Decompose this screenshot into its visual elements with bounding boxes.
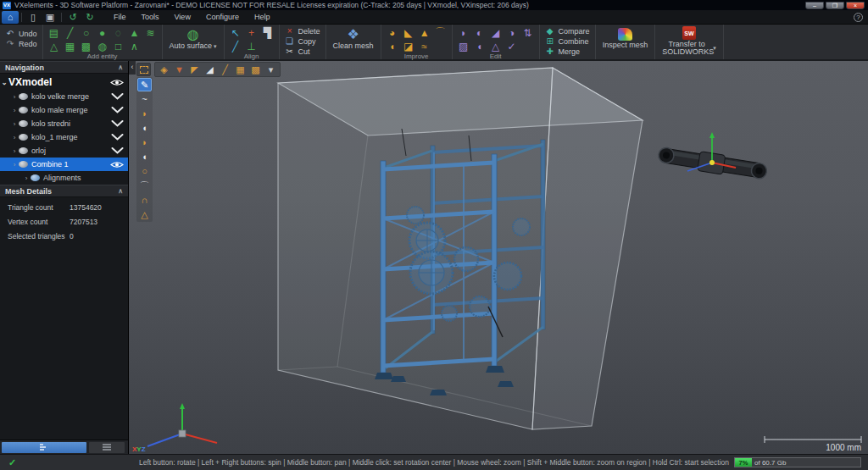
select-backfaces-icon[interactable]: ▼ (172, 63, 186, 76)
3d-scene[interactable]: XYZ 1000 mm (129, 61, 868, 454)
mesh-details-panel-header[interactable]: Mesh Details ∧ (0, 185, 128, 197)
axes-align-icon[interactable]: + (244, 26, 259, 39)
ellipse-icon[interactable]: ◌ (111, 26, 126, 39)
boundary-icon[interactable]: ⌒ (433, 26, 448, 39)
menu-tools[interactable]: Tools (135, 10, 166, 24)
triangle-icon[interactable]: △ (47, 40, 62, 53)
free-selection-icon[interactable]: ✎ (137, 78, 152, 91)
visibility-eye-icon[interactable] (110, 161, 124, 169)
navigation-panel-header[interactable]: Navigation ∧ (0, 61, 128, 74)
tree-node-kolo-stredni[interactable]: ›kolo stredni (0, 117, 128, 130)
merge-button[interactable]: ✚Merge (543, 47, 592, 56)
half-disc-4-icon[interactable]: ◖ (137, 150, 152, 163)
select-connected-icon[interactable]: ◤ (187, 63, 202, 76)
vector-icon[interactable]: ∧ (127, 40, 142, 53)
undo-button[interactable]: ↶Undo (3, 29, 39, 38)
validate-icon[interactable]: ✓ (504, 40, 520, 53)
cone-icon[interactable]: ▲ (127, 26, 142, 39)
compare-button[interactable]: ◆Compare (543, 26, 592, 36)
partial-fill-icon[interactable]: ◖ (385, 40, 400, 53)
sphere-icon[interactable]: ◍ (95, 40, 110, 53)
save-icon[interactable]: ▣ (42, 11, 58, 24)
help-icon[interactable]: ? (854, 13, 863, 22)
line-icon[interactable]: ╱ (63, 26, 78, 39)
sidebar-collapse-handle[interactable]: ‹ (129, 61, 136, 75)
expand-caret-icon[interactable]: › (10, 120, 19, 128)
tree-node-kolo-1-merge[interactable]: ›kolo_1 merge (0, 130, 128, 144)
half-disc-1-icon[interactable]: ◗ (137, 107, 152, 120)
menu-file[interactable]: File (107, 10, 133, 24)
copy-button[interactable]: ❏Copy (283, 36, 322, 46)
remove-spikes-icon[interactable]: ◣ (401, 26, 416, 39)
clean-mesh-button[interactable]: ❖Clean mesh (330, 27, 377, 50)
expand-caret-icon[interactable]: › (10, 134, 19, 141)
import-session-icon[interactable]: ↺ (64, 11, 81, 24)
circle-selection-icon[interactable]: ○ (137, 164, 152, 178)
mesh-details-collapse-icon[interactable]: ∧ (118, 187, 123, 195)
minimize-button[interactable]: – (805, 2, 824, 9)
rectangle-icon[interactable]: □ (111, 40, 126, 53)
tree-node-combine-1[interactable]: ›Combine 1 (0, 158, 128, 171)
half-disc-2-icon[interactable]: ◖ (137, 121, 152, 135)
chevron-down-icon[interactable] (111, 134, 124, 141)
expand-caret-icon[interactable]: › (10, 161, 19, 169)
redo-button[interactable]: ↷Redo (3, 39, 39, 48)
bridge-selection-icon[interactable]: ∩ (137, 193, 152, 207)
navigation-collapse-icon[interactable]: ∧ (118, 64, 123, 71)
curve-selection-icon[interactable]: ⌒ (137, 179, 152, 192)
transfer-solidworks-button[interactable]: SWTransfer to SOLIDWORKS▾ (659, 26, 720, 57)
plane-icon[interactable]: ▤ (47, 26, 62, 39)
through-layers-icon[interactable]: ◈ (157, 63, 171, 76)
expand-caret-icon[interactable]: ⌄ (0, 79, 8, 86)
plane-selection-icon[interactable]: ╱ (218, 63, 232, 76)
expand-caret-icon[interactable]: › (10, 147, 19, 155)
delete-button[interactable]: ×Delete (283, 26, 322, 36)
auto-surface-button-caret-icon[interactable]: ▾ (214, 43, 217, 50)
tree-view-tab[interactable] (2, 442, 86, 453)
entity-align-icon[interactable]: ╱ (228, 40, 243, 53)
mirror-icon[interactable]: ◑ (504, 26, 520, 39)
corner-grid-icon[interactable]: ▜ (260, 26, 275, 39)
rotate-icon[interactable]: ◐ (472, 26, 487, 39)
visibility-eye-icon[interactable] (110, 79, 124, 86)
rectangle-selection-icon[interactable] (136, 63, 151, 76)
cut-plane-icon[interactable]: ◢ (488, 26, 504, 39)
tree-node-vxmodel[interactable]: ⌄VXmodel (0, 75, 128, 90)
expand-caret-icon[interactable]: › (10, 107, 19, 114)
export-session-icon[interactable]: ↻ (81, 11, 98, 24)
offset-icon[interactable]: ⇅ (520, 26, 536, 39)
remesh-icon[interactable]: △ (488, 40, 504, 53)
prealign-icon[interactable]: ↖ (228, 26, 243, 39)
half-disc-3-icon[interactable]: ◗ (137, 135, 152, 149)
add-triangles-icon[interactable]: ▲ (417, 26, 432, 39)
point-icon[interactable]: ● (95, 26, 110, 39)
combine-button[interactable]: ⊞Combine (543, 36, 592, 46)
grid-icon[interactable]: ▦ (63, 40, 78, 53)
select-visible-icon[interactable]: ◢ (203, 63, 217, 76)
menu-configure[interactable]: Configure (199, 10, 246, 24)
new-file-icon[interactable]: ▯ (25, 11, 42, 24)
transfer-solidworks-button-caret-icon[interactable]: ▾ (713, 45, 716, 52)
menu-view[interactable]: View (168, 10, 198, 24)
slice-stack-icon[interactable]: ≋ (143, 26, 159, 39)
flip-normals-icon[interactable]: ◗ (456, 26, 471, 39)
tree-node-orloj[interactable]: ›orloj (0, 144, 128, 158)
decimate-icon[interactable]: ▨ (456, 40, 471, 53)
chevron-down-icon[interactable] (111, 120, 124, 127)
triangle-selection-icon[interactable]: △ (137, 207, 152, 221)
close-button[interactable]: × (846, 2, 865, 9)
auto-surface-button[interactable]: ◍Auto surface▾ (166, 27, 220, 50)
tree-node-kolo-velke-merge[interactable]: ›kolo velke merge (0, 90, 128, 103)
menu-help[interactable]: Help (248, 10, 277, 24)
ctrack-device[interactable] (657, 132, 768, 181)
inspect-mesh-button[interactable]: Inspect mesh (599, 28, 652, 49)
fill-holes-icon[interactable]: ◕ (385, 26, 400, 39)
cross-section-icon[interactable]: ▩ (79, 40, 94, 53)
home-icon[interactable]: ⌂ (2, 11, 19, 24)
circle-icon[interactable]: ○ (79, 26, 94, 39)
expand-caret-icon[interactable]: › (22, 174, 31, 182)
smooth-icon[interactable]: ≈ (417, 40, 432, 53)
3d-viewport[interactable]: XYZ 1000 mm ‹ ◈▼◤◢╱▦▩▾ ✎~◗◖◗◖○⌒∩△ (129, 61, 868, 454)
chevron-down-icon[interactable] (111, 93, 124, 100)
zone-select-icon[interactable]: ▦ (233, 63, 248, 76)
